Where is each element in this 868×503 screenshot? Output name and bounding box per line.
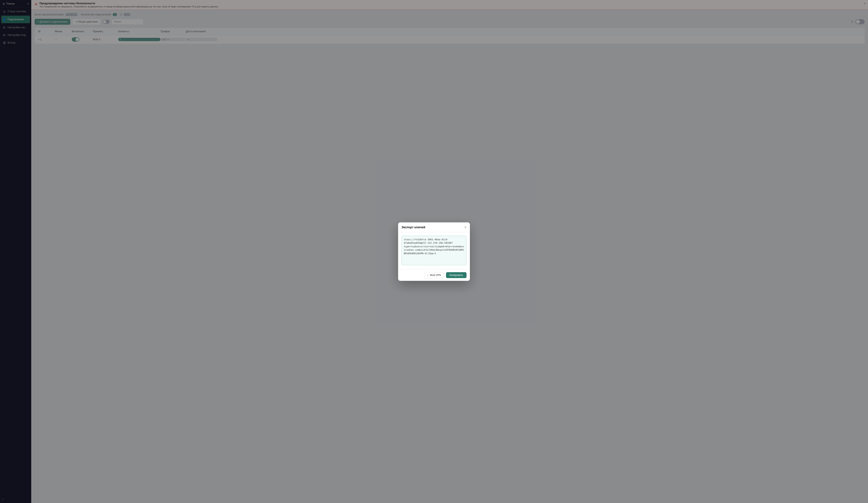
- modal-header: Экспорт ключей ×: [398, 222, 470, 232]
- modal-title: Экспорт ключей: [402, 226, 425, 229]
- copy-button[interactable]: Копировать: [446, 272, 466, 278]
- myvpn-button[interactable]: ↓ Мой VPN: [424, 272, 444, 278]
- export-keys-modal: Экспорт ключей × ↓ Мой VPN Копировать: [398, 222, 470, 281]
- modal-close-button[interactable]: ×: [464, 226, 466, 229]
- download-icon: ↓: [427, 274, 428, 276]
- main-content: ⊗ Предупреждение системы безопасности Эт…: [31, 0, 868, 503]
- modal-body: [398, 232, 470, 269]
- key-textarea[interactable]: [402, 236, 466, 265]
- modal-footer: ↓ Мой VPN Копировать: [398, 269, 470, 281]
- modal-overlay: Экспорт ключей × ↓ Мой VPN Копировать: [31, 0, 868, 503]
